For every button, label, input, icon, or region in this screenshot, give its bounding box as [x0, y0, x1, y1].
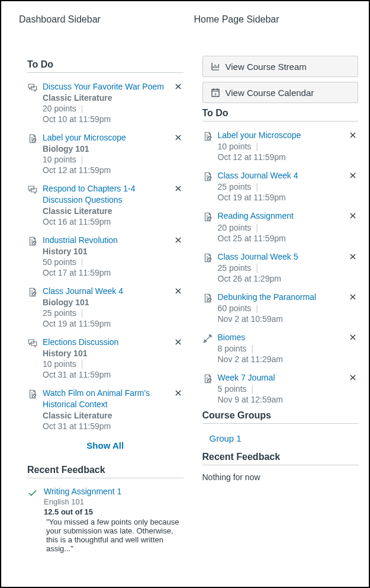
dismiss-button[interactable]: [349, 210, 358, 220]
todo-due: Oct 17 at 11:59pm: [43, 268, 169, 277]
todo-due: Oct 12 at 11:59pm: [43, 165, 169, 175]
todo-list: Label your Microscope10 points |Oct 12 a…: [202, 126, 359, 409]
dismiss-button[interactable]: [174, 235, 184, 244]
todo-title-link[interactable]: Biomes: [218, 332, 345, 343]
group-link[interactable]: Group 1: [202, 429, 359, 448]
todo-points: 20 points |: [43, 104, 169, 113]
todo-body: Label your Microscope10 points |Oct 12 a…: [218, 130, 345, 162]
dismiss-button[interactable]: [174, 81, 184, 91]
button-label: View Course Stream: [226, 62, 307, 72]
todo-item: Biomes8 points |Nov 2 at 11:29am: [202, 328, 359, 369]
todo-item: Reading Assignment20 points |Oct 25 at 1…: [202, 207, 359, 247]
todo-body: Week 7 Journal5 points |Nov 9 at 12:59am: [218, 372, 345, 404]
todo-title-link[interactable]: Debunking the Paranormal: [218, 292, 345, 302]
dismiss-button[interactable]: [174, 132, 184, 142]
view-course-calendar-button[interactable]: View Course Calendar: [202, 82, 359, 103]
todo-due: Oct 26 at 1:29pm: [218, 274, 345, 283]
dismiss-button[interactable]: [349, 251, 358, 261]
dismiss-button[interactable]: [174, 183, 184, 193]
todo-due: Oct 31 at 11:59pm: [43, 421, 169, 431]
todo-points: 8 points |: [218, 344, 345, 353]
assignment-icon: [202, 170, 213, 182]
todo-item: Class Journal Week 4Biology 10125 points…: [27, 282, 184, 333]
todo-due: Oct 25 at 11:59pm: [218, 234, 345, 243]
todo-title-link[interactable]: Industrial Revolution: [43, 235, 169, 245]
todo-body: Class Journal Week 425 points |Oct 19 at…: [218, 170, 345, 202]
todo-title-link[interactable]: Class Journal Week 4: [43, 286, 169, 296]
quiz-icon: [202, 332, 213, 344]
dismiss-button[interactable]: [174, 286, 184, 295]
todo-due: Nov 2 at 11:29am: [218, 354, 345, 364]
todo-item: Week 7 Journal5 points |Nov 9 at 12:59am: [202, 369, 359, 409]
todo-item: Label your MicroscopeBiology 10110 point…: [27, 129, 184, 180]
home-page-sidebar-column: Home Page Sidebar View Course Stream Vie…: [194, 14, 359, 557]
todo-due: Nov 2 at 10:59am: [218, 314, 345, 324]
todo-title-link[interactable]: Respond to Chapters 1-4 Discussion Quest…: [43, 183, 169, 204]
feedback-score: 12.5 out of 15: [44, 507, 184, 516]
todo-points: 25 points |: [43, 308, 169, 318]
button-label: View Course Calendar: [226, 88, 314, 98]
todo-title-link[interactable]: Label your Microscope: [218, 130, 345, 140]
todo-points: 25 points |: [218, 263, 345, 273]
todo-body: Reading Assignment20 points |Oct 25 at 1…: [218, 210, 345, 242]
todo-points: 50 points |: [43, 257, 169, 267]
dismiss-button[interactable]: [174, 337, 184, 346]
todo-title-link[interactable]: Label your Microscope: [43, 132, 169, 143]
todo-heading: To Do: [27, 59, 184, 73]
feedback-empty-text: Nothing for now: [202, 470, 359, 482]
todo-title-link[interactable]: Class Journal Week 4: [218, 170, 345, 181]
todo-points: 25 points |: [218, 182, 345, 191]
todo-points: 5 points |: [218, 384, 345, 394]
assignment-icon: [202, 292, 213, 303]
todo-course: Classic Literature: [43, 411, 169, 420]
todo-due: Oct 31 at 11:59pm: [43, 370, 169, 379]
todo-item: Class Journal Week 525 points |Oct 26 at…: [202, 248, 359, 288]
assignment-icon: [27, 132, 38, 144]
course-groups-heading: Course Groups: [202, 410, 359, 424]
todo-due: Nov 9 at 12:59am: [218, 395, 345, 404]
analytics-icon: [210, 61, 221, 72]
todo-body: Watch Film on Animal Farm's Historical C…: [43, 388, 169, 430]
todo-title-link[interactable]: Elections Discussion: [43, 337, 169, 347]
assignment-icon: [27, 388, 38, 400]
assignment-icon: [202, 130, 213, 142]
todo-item: Industrial RevolutionHistory 10150 point…: [27, 231, 184, 282]
todo-title-link[interactable]: Reading Assignment: [218, 210, 345, 221]
todo-course: History 101: [43, 349, 169, 358]
recent-feedback-heading: Recent Feedback: [27, 465, 184, 478]
discussion-icon: [27, 183, 38, 195]
feedback-course: English 101: [44, 497, 184, 506]
todo-due: Oct 19 at 11:59pm: [43, 319, 169, 328]
assignment-icon: [202, 210, 213, 222]
todo-points: 10 points |: [43, 359, 169, 369]
dismiss-button[interactable]: [349, 292, 358, 301]
todo-due: Oct 16 at 11:59pm: [43, 217, 169, 226]
dismiss-button[interactable]: [174, 388, 184, 397]
todo-item: Discuss Your Favorite War PoemClassic Li…: [27, 78, 184, 129]
todo-body: Class Journal Week 4Biology 10125 points…: [43, 286, 169, 328]
show-all-link[interactable]: Show All: [27, 436, 184, 461]
todo-course: Biology 101: [43, 144, 169, 154]
dismiss-button[interactable]: [349, 332, 358, 341]
discussion-icon: [27, 81, 38, 93]
view-course-stream-button[interactable]: View Course Stream: [202, 56, 359, 77]
todo-points: 10 points |: [218, 142, 345, 151]
assignment-icon: [27, 286, 38, 298]
todo-title-link[interactable]: Week 7 Journal: [218, 372, 345, 383]
todo-due: Oct 10 at 11:59pm: [43, 114, 169, 124]
todo-body: Biomes8 points |Nov 2 at 11:29am: [218, 332, 345, 364]
todo-body: Class Journal Week 525 points |Oct 26 at…: [218, 251, 345, 283]
todo-body: Debunking the Paranormal60 points |Nov 2…: [218, 292, 345, 324]
todo-course: Classic Literature: [43, 93, 169, 103]
todo-title-link[interactable]: Class Journal Week 5: [218, 251, 345, 262]
column-title-dashboard: Dashboard Sidebar: [19, 14, 184, 25]
todo-due: Oct 12 at 11:59pm: [218, 152, 345, 162]
todo-title-link[interactable]: Watch Film on Animal Farm's Historical C…: [43, 388, 169, 409]
todo-title-link[interactable]: Discuss Your Favorite War Poem: [43, 81, 169, 92]
todo-item: Respond to Chapters 1-4 Discussion Quest…: [27, 180, 184, 231]
feedback-title-link[interactable]: Writing Assignment 1: [44, 487, 184, 496]
todo-heading: To Do: [202, 108, 359, 122]
dismiss-button[interactable]: [349, 372, 358, 382]
dismiss-button[interactable]: [349, 170, 358, 180]
dismiss-button[interactable]: [349, 130, 358, 139]
